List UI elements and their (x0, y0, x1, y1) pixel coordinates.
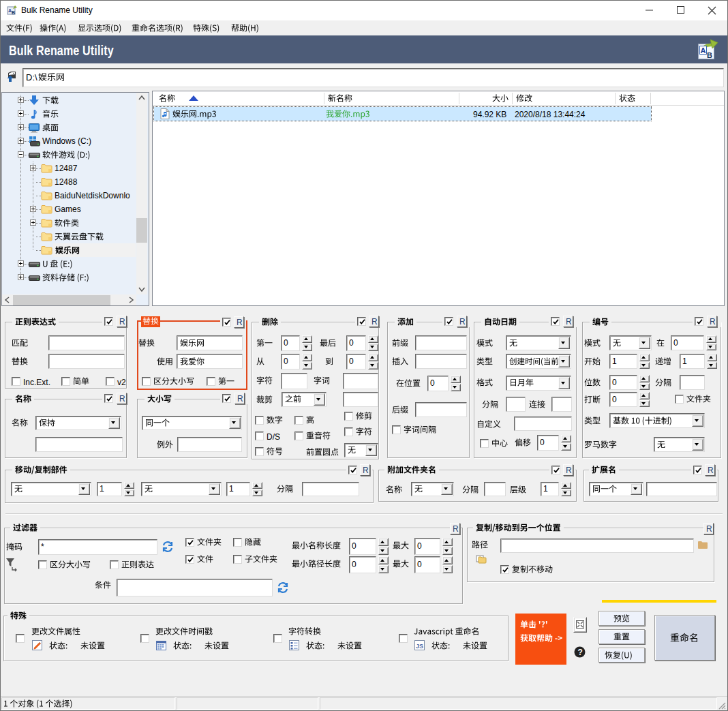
svg-text:B: B (12, 10, 15, 15)
svg-text:A: A (701, 46, 706, 55)
svg-text:JS: JS (416, 643, 423, 650)
svg-text:?: ? (578, 648, 583, 657)
svg-text:B: B (707, 51, 712, 59)
